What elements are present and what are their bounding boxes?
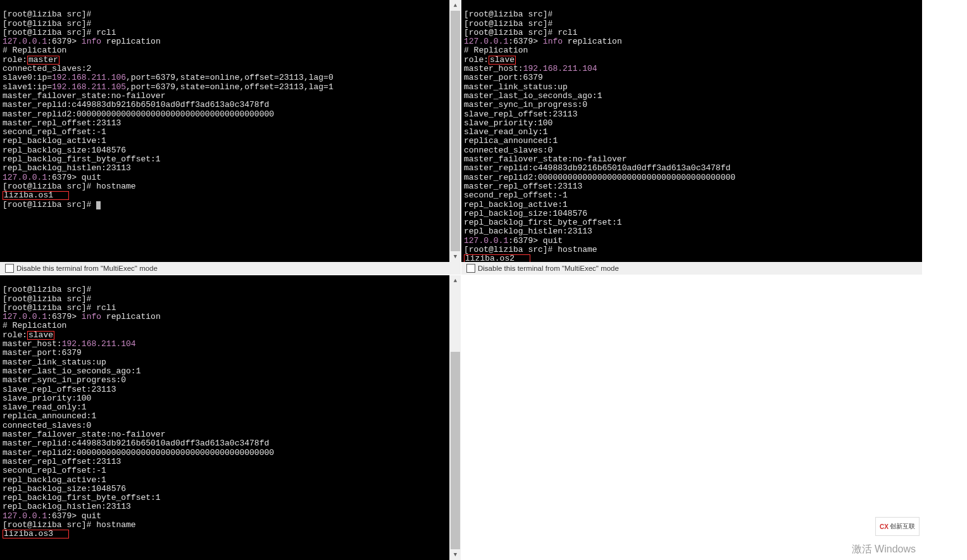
scrollbar-track[interactable] [450, 11, 461, 251]
windows-watermark: 激活 Windows [852, 543, 916, 556]
slave-readonly-line: slave_read_only:1 [464, 127, 548, 137]
replica-announced-line: replica_announced:1 [464, 136, 558, 146]
scrollbar-3[interactable]: ▲ ▼ [449, 275, 461, 560]
hostname-highlight: liziba.os1 [3, 191, 69, 200]
sync-progress-line: master_sync_in_progress:0 [464, 100, 587, 109]
footer-label: Disable this terminal from "MultiExec" m… [478, 264, 619, 272]
terminal-output-2[interactable]: [root@liziba src]# [root@liziba src]# [r… [461, 0, 922, 262]
hostname-cmd-line: [root@liziba src]# hostname [464, 245, 597, 254]
prompt-line: [root@liziba src]# [3, 285, 91, 294]
terminal-pane-2: [root@liziba src]# [root@liziba src]# [r… [461, 0, 922, 275]
terminal-footer-2: Disable this terminal from "MultiExec" m… [461, 262, 922, 275]
redis-prompt: 127.0.0.1:6379> info replication [3, 37, 161, 46]
blank-pane-4: CX创新互联 激活 Windows [461, 275, 922, 560]
backlog-active-line: repl_backlog_active:1 [464, 200, 568, 209]
slave-priority-line: slave_priority:100 [3, 394, 91, 403]
replication-header: # Replication [464, 46, 528, 55]
scrollbar-track[interactable] [450, 286, 461, 549]
connected-slaves-line: connected_slaves:0 [3, 421, 91, 430]
replid-line: master_replid:c449883db9216b65010ad0dff3… [3, 100, 269, 109]
backlog-histlen-line: repl_backlog_histlen:23113 [3, 163, 131, 173]
replica-announced-line: replica_announced:1 [3, 411, 96, 421]
prompt-line: [root@liziba src]# [464, 19, 552, 28]
terminal-output-1[interactable]: [root@liziba src]# [root@liziba src]# [r… [0, 0, 449, 262]
backlog-histlen-line: repl_backlog_histlen:23113 [3, 502, 131, 511]
scroll-up-icon[interactable]: ▲ [450, 0, 461, 11]
scroll-down-icon[interactable]: ▼ [450, 549, 461, 560]
role-highlight: slave [489, 56, 516, 65]
slave-priority-line: slave_priority:100 [464, 118, 552, 128]
second-offset-line: second_repl_offset:-1 [464, 190, 568, 200]
terminal-pane-3: [root@liziba src]# [root@liziba src]# [r… [0, 275, 461, 560]
scrollbar-1[interactable]: ▲ ▼ [449, 0, 461, 262]
second-offset-line: second_repl_offset:-1 [3, 466, 106, 475]
backlog-active-line: repl_backlog_active:1 [3, 136, 106, 146]
repl-offset-line: master_repl_offset:23113 [3, 118, 121, 128]
last-io-line: master_last_io_seconds_ago:1 [464, 91, 602, 101]
last-io-line: master_last_io_seconds_ago:1 [3, 366, 140, 376]
quit-line: 127.0.0.1:6379> quit [3, 511, 101, 521]
master-port-line: master_port:6379 [3, 348, 82, 358]
backlog-first-line: repl_backlog_first_byte_offset:1 [3, 154, 161, 164]
failover-line: master_failover_state:no-failover [464, 154, 627, 164]
replid2-line: master_replid2:0000000000000000000000000… [3, 109, 274, 119]
redis-prompt: 127.0.0.1:6379> info replication [3, 312, 161, 321]
multiexec-checkbox[interactable] [5, 264, 14, 273]
scrollbar-thumb[interactable] [451, 352, 460, 549]
backlog-size-line: repl_backlog_size:1048576 [3, 146, 126, 155]
terminal-pane-1: [root@liziba src]# [root@liziba src]# [r… [0, 0, 461, 275]
replid2-line: master_replid2:0000000000000000000000000… [464, 173, 735, 182]
prompt-line: [root@liziba src]# [3, 200, 101, 209]
sync-progress-line: master_sync_in_progress:0 [3, 375, 126, 385]
prompt-line: [root@liziba src]# [3, 294, 91, 304]
hostname-cmd-line: [root@liziba src]# hostname [3, 520, 136, 530]
slave1-line: slave1:ip=192.168.211.105,port=6379,stat… [3, 82, 334, 92]
master-host-line: master_host:192.168.211.104 [464, 64, 597, 73]
backlog-first-line: repl_backlog_first_byte_offset:1 [464, 218, 622, 227]
connected-slaves: connected_slaves:2 [3, 64, 91, 73]
slave-offset-line: slave_repl_offset:23113 [464, 109, 577, 119]
hostname-cmd-line: [root@liziba src]# hostname [3, 182, 136, 191]
prompt-line: [root@liziba src]# rcli [3, 28, 116, 37]
role-line: role:slave [464, 55, 516, 65]
cursor-icon [96, 201, 101, 209]
prompt-line: [root@liziba src]# [464, 9, 552, 19]
footer-label: Disable this terminal from "MultiExec" m… [16, 264, 158, 272]
scroll-up-icon[interactable]: ▲ [450, 275, 461, 286]
replid-line: master_replid:c449883db9216b65010ad0dff3… [464, 163, 730, 173]
backlog-size-line: repl_backlog_size:1048576 [3, 484, 126, 494]
hostname-highlight: liziba.os2 [464, 254, 530, 262]
failover-line: master_failover_state:no-failover [3, 91, 165, 101]
redis-prompt: 127.0.0.1:6379> info replication [464, 37, 622, 46]
replid-line: master_replid:c449883db9216b65010ad0dff3… [3, 439, 269, 448]
slave-readonly-line: slave_read_only:1 [3, 402, 87, 412]
logo-badge: CX创新互联 [875, 517, 920, 536]
role-highlight: master [27, 56, 59, 65]
backlog-active-line: repl_backlog_active:1 [3, 475, 106, 485]
multiexec-checkbox[interactable] [466, 264, 475, 273]
scrollbar-thumb[interactable] [451, 11, 460, 251]
link-status-line: master_link_status:up [464, 82, 568, 92]
connected-slaves-line: connected_slaves:0 [464, 146, 552, 155]
failover-line: master_failover_state:no-failover [3, 430, 165, 439]
replication-header: # Replication [3, 46, 66, 55]
slave-offset-line: slave_repl_offset:23113 [3, 385, 116, 394]
prompt-line: [root@liziba src]# [3, 19, 91, 28]
terminal-output-3[interactable]: [root@liziba src]# [root@liziba src]# [r… [0, 275, 449, 560]
quit-line: 127.0.0.1:6379> quit [464, 236, 563, 246]
prompt-line: [root@liziba src]# rcli [3, 303, 116, 313]
replid2-line: master_replid2:0000000000000000000000000… [3, 448, 274, 457]
terminal-grid: [root@liziba src]# [root@liziba src]# [r… [0, 0, 967, 560]
terminal-footer-1: Disable this terminal from "MultiExec" m… [0, 262, 461, 275]
scroll-down-icon[interactable]: ▼ [450, 251, 461, 262]
second-offset-line: second_repl_offset:-1 [3, 127, 106, 137]
hostname-highlight: liziba.os3 [3, 530, 69, 538]
role-line: role:slave [3, 330, 54, 340]
repl-offset-line: master_repl_offset:23113 [3, 457, 121, 466]
backlog-first-line: repl_backlog_first_byte_offset:1 [3, 493, 161, 502]
prompt-line: [root@liziba src]# rcli [464, 28, 577, 37]
link-status-line: master_link_status:up [3, 358, 106, 367]
role-line: role:master [3, 55, 74, 65]
master-host-line: master_host:192.168.211.104 [3, 339, 136, 349]
prompt-line: [root@liziba src]# [3, 9, 91, 19]
